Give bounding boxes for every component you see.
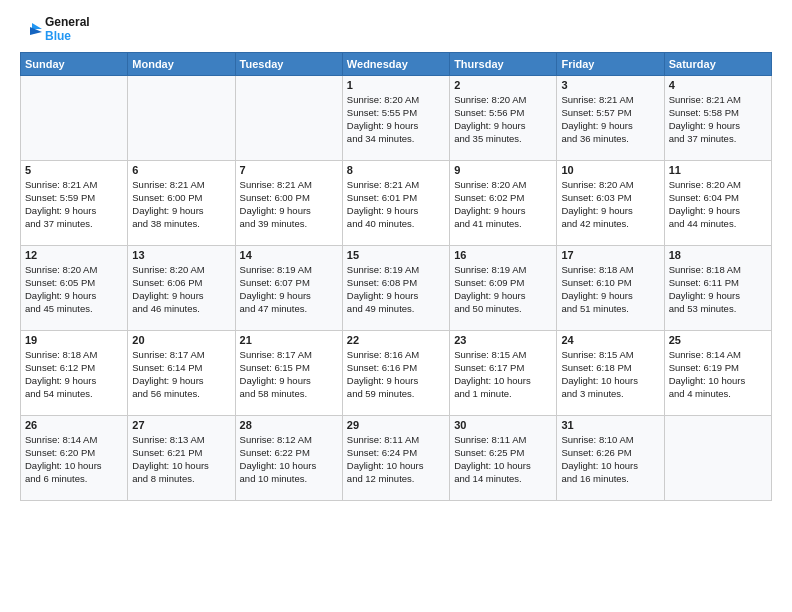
calendar-cell: 26Sunrise: 8:14 AM Sunset: 6:20 PM Dayli… <box>21 415 128 500</box>
cell-content: Sunrise: 8:19 AM Sunset: 6:07 PM Dayligh… <box>240 263 338 316</box>
day-number: 13 <box>132 249 230 261</box>
day-header-monday: Monday <box>128 52 235 75</box>
week-row-2: 5Sunrise: 8:21 AM Sunset: 5:59 PM Daylig… <box>21 160 772 245</box>
day-number: 20 <box>132 334 230 346</box>
calendar-cell: 13Sunrise: 8:20 AM Sunset: 6:06 PM Dayli… <box>128 245 235 330</box>
day-number: 27 <box>132 419 230 431</box>
cell-content: Sunrise: 8:20 AM Sunset: 6:06 PM Dayligh… <box>132 263 230 316</box>
calendar-cell: 12Sunrise: 8:20 AM Sunset: 6:05 PM Dayli… <box>21 245 128 330</box>
cell-content: Sunrise: 8:10 AM Sunset: 6:26 PM Dayligh… <box>561 433 659 486</box>
calendar-cell: 10Sunrise: 8:20 AM Sunset: 6:03 PM Dayli… <box>557 160 664 245</box>
day-number: 2 <box>454 79 552 91</box>
calendar-cell: 6Sunrise: 8:21 AM Sunset: 6:00 PM Daylig… <box>128 160 235 245</box>
day-number: 26 <box>25 419 123 431</box>
calendar-cell: 15Sunrise: 8:19 AM Sunset: 6:08 PM Dayli… <box>342 245 449 330</box>
logo-text: General Blue <box>45 16 90 44</box>
day-number: 30 <box>454 419 552 431</box>
calendar-cell: 1Sunrise: 8:20 AM Sunset: 5:55 PM Daylig… <box>342 75 449 160</box>
day-header-friday: Friday <box>557 52 664 75</box>
cell-content: Sunrise: 8:21 AM Sunset: 5:59 PM Dayligh… <box>25 178 123 231</box>
logo-blue: Blue <box>45 30 90 44</box>
day-header-thursday: Thursday <box>450 52 557 75</box>
calendar-cell: 17Sunrise: 8:18 AM Sunset: 6:10 PM Dayli… <box>557 245 664 330</box>
calendar-cell: 5Sunrise: 8:21 AM Sunset: 5:59 PM Daylig… <box>21 160 128 245</box>
calendar-cell: 27Sunrise: 8:13 AM Sunset: 6:21 PM Dayli… <box>128 415 235 500</box>
cell-content: Sunrise: 8:21 AM Sunset: 6:01 PM Dayligh… <box>347 178 445 231</box>
cell-content: Sunrise: 8:21 AM Sunset: 6:00 PM Dayligh… <box>240 178 338 231</box>
calendar-cell: 25Sunrise: 8:14 AM Sunset: 6:19 PM Dayli… <box>664 330 771 415</box>
cell-content: Sunrise: 8:20 AM Sunset: 6:04 PM Dayligh… <box>669 178 767 231</box>
week-row-4: 19Sunrise: 8:18 AM Sunset: 6:12 PM Dayli… <box>21 330 772 415</box>
cell-content: Sunrise: 8:16 AM Sunset: 6:16 PM Dayligh… <box>347 348 445 401</box>
cell-content: Sunrise: 8:20 AM Sunset: 6:03 PM Dayligh… <box>561 178 659 231</box>
day-number: 24 <box>561 334 659 346</box>
calendar-cell: 2Sunrise: 8:20 AM Sunset: 5:56 PM Daylig… <box>450 75 557 160</box>
day-number: 11 <box>669 164 767 176</box>
calendar-cell: 9Sunrise: 8:20 AM Sunset: 6:02 PM Daylig… <box>450 160 557 245</box>
day-number: 16 <box>454 249 552 261</box>
calendar-cell: 14Sunrise: 8:19 AM Sunset: 6:07 PM Dayli… <box>235 245 342 330</box>
cell-content: Sunrise: 8:17 AM Sunset: 6:14 PM Dayligh… <box>132 348 230 401</box>
day-number: 29 <box>347 419 445 431</box>
cell-content: Sunrise: 8:18 AM Sunset: 6:12 PM Dayligh… <box>25 348 123 401</box>
day-number: 4 <box>669 79 767 91</box>
day-header-wednesday: Wednesday <box>342 52 449 75</box>
calendar-cell: 19Sunrise: 8:18 AM Sunset: 6:12 PM Dayli… <box>21 330 128 415</box>
cell-content: Sunrise: 8:17 AM Sunset: 6:15 PM Dayligh… <box>240 348 338 401</box>
calendar-cell: 29Sunrise: 8:11 AM Sunset: 6:24 PM Dayli… <box>342 415 449 500</box>
calendar-cell: 23Sunrise: 8:15 AM Sunset: 6:17 PM Dayli… <box>450 330 557 415</box>
cell-content: Sunrise: 8:20 AM Sunset: 5:56 PM Dayligh… <box>454 93 552 146</box>
calendar-cell: 22Sunrise: 8:16 AM Sunset: 6:16 PM Dayli… <box>342 330 449 415</box>
cell-content: Sunrise: 8:13 AM Sunset: 6:21 PM Dayligh… <box>132 433 230 486</box>
cell-content: Sunrise: 8:11 AM Sunset: 6:25 PM Dayligh… <box>454 433 552 486</box>
week-row-1: 1Sunrise: 8:20 AM Sunset: 5:55 PM Daylig… <box>21 75 772 160</box>
calendar-cell: 24Sunrise: 8:15 AM Sunset: 6:18 PM Dayli… <box>557 330 664 415</box>
day-number: 7 <box>240 164 338 176</box>
day-number: 14 <box>240 249 338 261</box>
calendar-cell: 16Sunrise: 8:19 AM Sunset: 6:09 PM Dayli… <box>450 245 557 330</box>
calendar-cell <box>664 415 771 500</box>
calendar-cell: 21Sunrise: 8:17 AM Sunset: 6:15 PM Dayli… <box>235 330 342 415</box>
day-number: 21 <box>240 334 338 346</box>
week-row-3: 12Sunrise: 8:20 AM Sunset: 6:05 PM Dayli… <box>21 245 772 330</box>
logo-bird-icon <box>20 19 42 41</box>
week-row-5: 26Sunrise: 8:14 AM Sunset: 6:20 PM Dayli… <box>21 415 772 500</box>
calendar-cell: 8Sunrise: 8:21 AM Sunset: 6:01 PM Daylig… <box>342 160 449 245</box>
cell-content: Sunrise: 8:15 AM Sunset: 6:18 PM Dayligh… <box>561 348 659 401</box>
calendar-cell: 11Sunrise: 8:20 AM Sunset: 6:04 PM Dayli… <box>664 160 771 245</box>
day-number: 19 <box>25 334 123 346</box>
cell-content: Sunrise: 8:12 AM Sunset: 6:22 PM Dayligh… <box>240 433 338 486</box>
calendar-cell: 7Sunrise: 8:21 AM Sunset: 6:00 PM Daylig… <box>235 160 342 245</box>
cell-content: Sunrise: 8:14 AM Sunset: 6:20 PM Dayligh… <box>25 433 123 486</box>
day-header-saturday: Saturday <box>664 52 771 75</box>
calendar-cell <box>21 75 128 160</box>
cell-content: Sunrise: 8:21 AM Sunset: 6:00 PM Dayligh… <box>132 178 230 231</box>
day-number: 28 <box>240 419 338 431</box>
calendar-cell: 20Sunrise: 8:17 AM Sunset: 6:14 PM Dayli… <box>128 330 235 415</box>
day-number: 25 <box>669 334 767 346</box>
day-number: 1 <box>347 79 445 91</box>
calendar-cell: 30Sunrise: 8:11 AM Sunset: 6:25 PM Dayli… <box>450 415 557 500</box>
day-number: 10 <box>561 164 659 176</box>
day-number: 5 <box>25 164 123 176</box>
svg-marker-0 <box>32 23 42 29</box>
cell-content: Sunrise: 8:11 AM Sunset: 6:24 PM Dayligh… <box>347 433 445 486</box>
calendar-cell: 18Sunrise: 8:18 AM Sunset: 6:11 PM Dayli… <box>664 245 771 330</box>
day-number: 6 <box>132 164 230 176</box>
cell-content: Sunrise: 8:20 AM Sunset: 6:05 PM Dayligh… <box>25 263 123 316</box>
cell-content: Sunrise: 8:19 AM Sunset: 6:09 PM Dayligh… <box>454 263 552 316</box>
day-number: 12 <box>25 249 123 261</box>
calendar-cell: 28Sunrise: 8:12 AM Sunset: 6:22 PM Dayli… <box>235 415 342 500</box>
cell-content: Sunrise: 8:21 AM Sunset: 5:57 PM Dayligh… <box>561 93 659 146</box>
logo: General Blue <box>20 16 90 44</box>
cell-content: Sunrise: 8:19 AM Sunset: 6:08 PM Dayligh… <box>347 263 445 316</box>
day-number: 9 <box>454 164 552 176</box>
cell-content: Sunrise: 8:21 AM Sunset: 5:58 PM Dayligh… <box>669 93 767 146</box>
day-number: 18 <box>669 249 767 261</box>
day-number: 15 <box>347 249 445 261</box>
calendar-table: SundayMondayTuesdayWednesdayThursdayFrid… <box>20 52 772 501</box>
calendar-cell <box>128 75 235 160</box>
day-number: 23 <box>454 334 552 346</box>
calendar-cell: 31Sunrise: 8:10 AM Sunset: 6:26 PM Dayli… <box>557 415 664 500</box>
day-number: 17 <box>561 249 659 261</box>
